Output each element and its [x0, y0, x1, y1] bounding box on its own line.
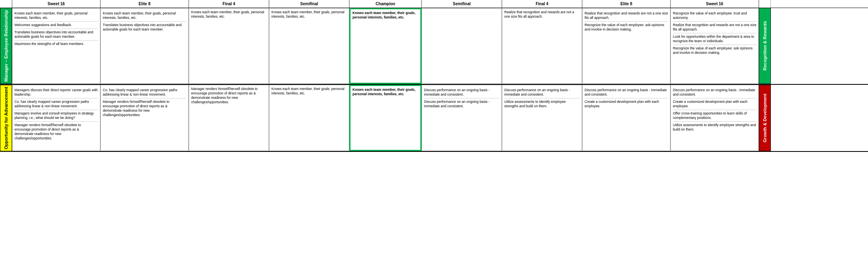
section2-final4-right-item1: Discuss performance on an ongoing basis …: [504, 87, 580, 98]
section2-elite8-right-item2: Create a customized development plan wit…: [585, 98, 668, 110]
section1-elite8-right: Realize that recognition and rewards are…: [582, 8, 670, 84]
header-col-side-right: [759, 0, 771, 8]
section2-right-label: Growth & Development: [759, 85, 771, 151]
section2-sweet16-left-item2: Co. has clearly mapped career progressio…: [14, 98, 98, 110]
section2-final4-right: Discuss performance on an ongoing basis …: [502, 85, 582, 151]
section1-sweet16-right-item4: Recognize the value of each employee: as…: [673, 45, 756, 56]
section1-final4-right: Realize that recognition and rewards are…: [502, 8, 582, 84]
section2-elite8-left-item1: Co. has clearly mapped career progressio…: [103, 87, 186, 98]
section1-left-label: Manager – Employee Relationship: [0, 8, 12, 84]
section2-final4-right-item2: Utilize assessments to identify employee…: [504, 98, 580, 110]
section2-elite8-right-item1: Discuss performance on an ongoing basis …: [585, 87, 668, 98]
section2-sweet16-right-item4: Utilize assessments to identify employee…: [673, 122, 756, 133]
header-semifinal-right: Semifinal: [422, 0, 502, 8]
section1-sweet16-left-item1: Knows each team member, their goals, per…: [14, 10, 98, 22]
section1-row: Manager – Employee Relationship Knows ea…: [0, 8, 868, 85]
page-container: Sweet 16 Elite 8 Final 4 Semifinal Champ…: [0, 0, 868, 152]
section2-sweet16-right-item1: Discuss performance on an ongoing basis …: [673, 87, 756, 98]
section1-right-label: Recognition & Rewards: [759, 8, 771, 84]
section1-sweet16-left: Knows each team member, their goals, per…: [12, 8, 100, 84]
section1-elite8-left: Knows each team member, their goals, per…: [100, 8, 189, 84]
section2-sweet16-left-item4: Manager renders himself/herself obsolete…: [14, 122, 98, 142]
header-elite8-left: Elite 8: [100, 0, 189, 8]
section1-sweet16-left-item2: Welcomes suggestions and feedback.: [14, 22, 98, 29]
section1-semifinal-right: [422, 8, 502, 84]
header-sweet16-right: Sweet 16: [670, 0, 759, 8]
header-row: Sweet 16 Elite 8 Final 4 Semifinal Champ…: [0, 0, 868, 8]
header-semifinal-left: Semifinal: [269, 0, 349, 8]
section1-sweet16-left-item4: Maximizes the strengths of all team memb…: [14, 41, 98, 47]
section2-semifinal-right-item1: Discuss performance on an ongoing basis …: [424, 87, 499, 98]
section2-semifinal-left: Knows each team member, their goals, per…: [269, 85, 349, 151]
section2-sweet16-right: Discuss performance on an ongoing basis …: [670, 85, 759, 151]
header-elite8-right: Elite 8: [582, 0, 670, 8]
section1-sweet16-right: Recognize the value of each employee: tr…: [670, 8, 759, 84]
section2-elite8-left: Co. has clearly mapped career progressio…: [100, 85, 189, 151]
section2-sweet16-left-item1: Managers discuss their direct reports' c…: [14, 87, 98, 98]
header-champion: Champion: [349, 0, 422, 8]
section1-elite8-right-item1: Realize that recognition and rewards are…: [585, 10, 668, 22]
section2-row: Opportunity for Advancement Managers dis…: [0, 85, 868, 152]
section2-semifinal-right-item2: Discuss performance on an ongoing basis …: [424, 98, 499, 110]
section2-semifinal-right: Discuss performance on an ongoing basis …: [422, 85, 502, 151]
section2-champion: Knows each team member, their goals, per…: [349, 85, 422, 151]
section1-elite8-left-item2: Translates business objectives into acco…: [103, 22, 186, 33]
header-col-side-left: [0, 0, 12, 8]
section2-sweet16-left: Managers discuss their direct reports' c…: [12, 85, 100, 151]
section1-elite8-left-item1: Knows each team member, their goals, per…: [103, 10, 186, 22]
section2-sweet16-right-item2: Create a customized development plan wit…: [673, 98, 756, 110]
header-final4-right: Final 4: [502, 0, 582, 8]
section1-champion: Knows each team member, their goals, per…: [349, 8, 422, 84]
header-sweet16-left: Sweet 16: [12, 0, 100, 8]
section2-sweet16-right-item3: Offer cross-training opportunities to le…: [673, 110, 756, 122]
section2-elite8-left-item2: Manager renders himself/herself obsolete…: [103, 98, 186, 119]
section1-sweet16-left-item3: Translates business objectives into acco…: [14, 29, 98, 41]
section1-sweet16-right-item3: Look for opportunities within the depart…: [673, 33, 756, 45]
section1-elite8-right-item2: Recognize the value of each employee: as…: [585, 22, 668, 33]
header-final4-left: Final 4: [189, 0, 269, 8]
section2-sweet16-left-item3: Managers involve and consult employees i…: [14, 110, 98, 122]
section1-sweet16-right-item1: Recognize the value of each employee: tr…: [673, 10, 756, 22]
section1-sweet16-right-item2: Realize that recognition and rewards are…: [673, 22, 756, 33]
section1-semifinal-left: Knows each team member, their goals, per…: [269, 8, 349, 84]
section2-left-label: Opportunity for Advancement: [0, 85, 12, 151]
section2-final4-left: Manager renders himself/herself obsolete…: [189, 85, 269, 151]
section2-elite8-right: Discuss performance on an ongoing basis …: [582, 85, 670, 151]
section1-final4-left: Knows each team member, their goals, per…: [189, 8, 269, 84]
